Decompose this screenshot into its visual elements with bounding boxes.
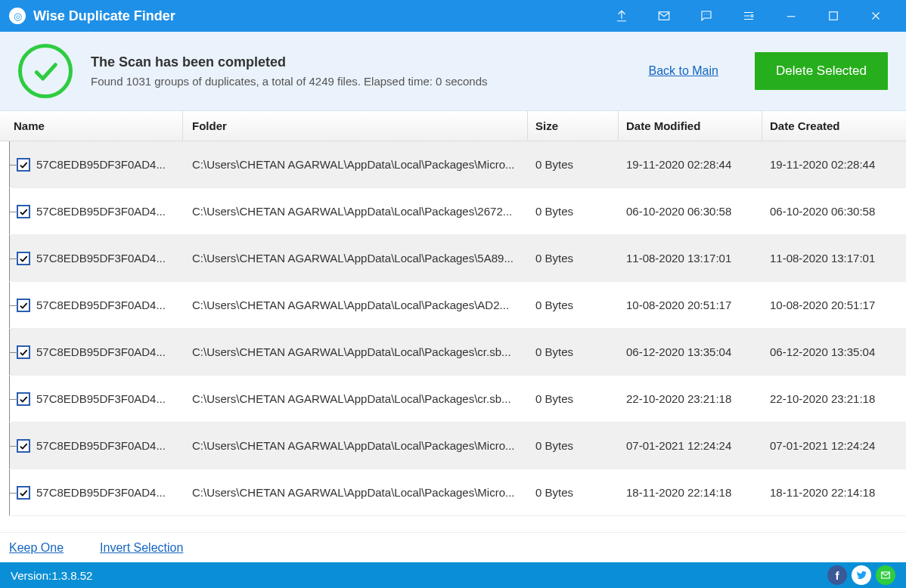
close-icon[interactable] — [855, 0, 897, 32]
row-size: 0 Bytes — [528, 205, 619, 218]
upgrade-icon[interactable] — [600, 0, 643, 32]
row-size: 0 Bytes — [528, 486, 619, 499]
row-name: 57C8EDB95DF3F0AD4... — [36, 345, 166, 358]
column-created[interactable]: Date Created — [762, 111, 906, 141]
feedback-icon[interactable] — [685, 0, 728, 32]
invert-selection-link[interactable]: Invert Selection — [100, 541, 183, 555]
keep-one-link[interactable]: Keep One — [9, 541, 64, 555]
back-to-main-link[interactable]: Back to Main — [648, 64, 718, 78]
row-checkbox[interactable] — [17, 439, 30, 453]
status-bar: Version:1.3.8.52 f — [0, 562, 906, 588]
row-size: 0 Bytes — [528, 392, 619, 405]
delete-selected-button[interactable]: Delete Selected — [755, 52, 888, 90]
table-row[interactable]: 57C8EDB95DF3F0AD4...C:\Users\CHETAN AGAR… — [9, 282, 906, 329]
results-list[interactable]: 57C8EDB95DF3F0AD4...C:\Users\CHETAN AGAR… — [0, 141, 906, 532]
minimize-icon[interactable] — [770, 0, 812, 32]
row-folder: C:\Users\CHETAN AGARWAL\AppData\Local\Pa… — [183, 158, 528, 171]
row-checkbox[interactable] — [17, 345, 30, 359]
table-row[interactable]: 57C8EDB95DF3F0AD4...C:\Users\CHETAN AGAR… — [9, 376, 906, 422]
svg-point-1 — [751, 15, 753, 17]
maximize-icon[interactable] — [812, 0, 855, 32]
row-folder: C:\Users\CHETAN AGARWAL\AppData\Local\Pa… — [183, 345, 528, 358]
row-modified: 18-11-2020 22:14:18 — [619, 486, 762, 499]
row-modified: 11-08-2020 13:17:01 — [619, 252, 762, 265]
column-name[interactable]: Name — [0, 111, 183, 141]
row-folder: C:\Users\CHETAN AGARWAL\AppData\Local\Pa… — [183, 299, 528, 311]
app-title: Wise Duplicate Finder — [33, 8, 175, 24]
row-modified: 19-11-2020 02:28:44 — [619, 158, 762, 171]
footer-links: Keep One Invert Selection — [0, 532, 906, 562]
svg-rect-0 — [659, 12, 669, 20]
titlebar: ◎ Wise Duplicate Finder — [0, 0, 906, 32]
row-created: 18-11-2020 22:14:18 — [762, 486, 906, 499]
row-checkbox[interactable] — [17, 392, 30, 406]
row-size: 0 Bytes — [528, 345, 619, 358]
row-folder: C:\Users\CHETAN AGARWAL\AppData\Local\Pa… — [183, 392, 528, 405]
row-created: 19-11-2020 02:28:44 — [762, 158, 906, 171]
row-checkbox[interactable] — [17, 205, 30, 218]
row-folder: C:\Users\CHETAN AGARWAL\AppData\Local\Pa… — [183, 205, 528, 218]
row-created: 06-12-2020 13:35:04 — [762, 345, 906, 358]
row-created: 11-08-2020 13:17:01 — [762, 252, 906, 265]
row-checkbox[interactable] — [17, 486, 30, 500]
row-folder: C:\Users\CHETAN AGARWAL\AppData\Local\Pa… — [183, 439, 528, 452]
row-name: 57C8EDB95DF3F0AD4... — [36, 299, 166, 311]
row-created: 07-01-2021 12:24:24 — [762, 439, 906, 452]
version-label: Version:1.3.8.52 — [11, 569, 92, 582]
facebook-icon[interactable]: f — [827, 565, 847, 585]
row-name: 57C8EDB95DF3F0AD4... — [36, 439, 166, 452]
row-modified: 07-01-2021 12:24:24 — [619, 439, 762, 452]
row-created: 06-10-2020 06:30:58 — [762, 205, 906, 218]
mail-icon[interactable] — [643, 0, 685, 32]
row-folder: C:\Users\CHETAN AGARWAL\AppData\Local\Pa… — [183, 486, 528, 499]
row-folder: C:\Users\CHETAN AGARWAL\AppData\Local\Pa… — [183, 252, 528, 265]
row-modified: 06-10-2020 06:30:58 — [619, 205, 762, 218]
row-size: 0 Bytes — [528, 439, 619, 452]
column-folder[interactable]: Folder — [183, 111, 528, 141]
email-icon[interactable] — [876, 565, 895, 585]
table-row[interactable]: 57C8EDB95DF3F0AD4...C:\Users\CHETAN AGAR… — [9, 329, 906, 376]
row-checkbox[interactable] — [17, 252, 30, 265]
svg-rect-2 — [830, 12, 838, 20]
row-checkbox[interactable] — [17, 158, 30, 172]
app-logo-icon: ◎ — [9, 8, 26, 24]
settings-icon[interactable] — [728, 0, 770, 32]
row-name: 57C8EDB95DF3F0AD4... — [36, 205, 166, 218]
row-modified: 06-12-2020 13:35:04 — [619, 345, 762, 358]
row-size: 0 Bytes — [528, 252, 619, 265]
table-row[interactable]: 57C8EDB95DF3F0AD4...C:\Users\CHETAN AGAR… — [9, 235, 906, 282]
row-name: 57C8EDB95DF3F0AD4... — [36, 252, 166, 265]
result-banner: The Scan has been completed Found 1031 g… — [0, 32, 906, 111]
table-row[interactable]: 57C8EDB95DF3F0AD4...C:\Users\CHETAN AGAR… — [9, 188, 906, 235]
row-name: 57C8EDB95DF3F0AD4... — [36, 392, 166, 405]
banner-subtext: Found 1031 groups of duplicates, a total… — [91, 75, 630, 88]
row-size: 0 Bytes — [528, 158, 619, 171]
column-modified[interactable]: Date Modified — [619, 111, 762, 141]
twitter-icon[interactable] — [852, 565, 871, 585]
table-row[interactable]: 57C8EDB95DF3F0AD4...C:\Users\CHETAN AGAR… — [9, 469, 906, 516]
row-modified: 22-10-2020 23:21:18 — [619, 392, 762, 405]
column-headers: Name Folder Size Date Modified Date Crea… — [0, 111, 906, 141]
checkmark-icon — [18, 44, 73, 98]
row-name: 57C8EDB95DF3F0AD4... — [36, 486, 166, 499]
row-size: 0 Bytes — [528, 299, 619, 311]
row-name: 57C8EDB95DF3F0AD4... — [36, 158, 166, 171]
row-created: 22-10-2020 23:21:18 — [762, 392, 906, 405]
row-created: 10-08-2020 20:51:17 — [762, 299, 906, 311]
table-row[interactable]: 57C8EDB95DF3F0AD4...C:\Users\CHETAN AGAR… — [9, 422, 906, 469]
table-row[interactable]: 57C8EDB95DF3F0AD4...C:\Users\CHETAN AGAR… — [9, 141, 906, 188]
row-modified: 10-08-2020 20:51:17 — [619, 299, 762, 311]
column-size[interactable]: Size — [528, 111, 619, 141]
row-checkbox[interactable] — [17, 299, 30, 312]
banner-heading: The Scan has been completed — [91, 54, 630, 70]
